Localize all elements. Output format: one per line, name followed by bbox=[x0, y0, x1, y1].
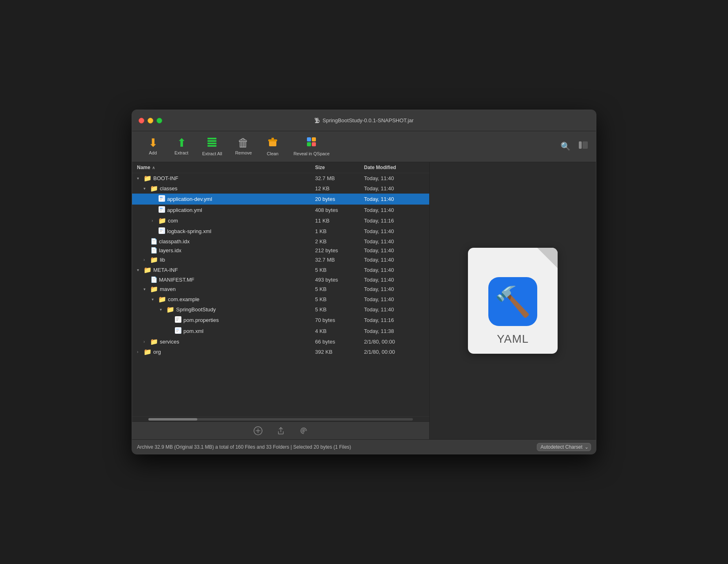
search-button[interactable]: 🔍 bbox=[559, 140, 572, 153]
file-pane: Name ∧ Size Date Modified ▾ 📁 BOOT-IN bbox=[132, 162, 430, 439]
svg-rect-27 bbox=[160, 231, 162, 232]
yaml-preview: 🔨 YAML bbox=[468, 248, 558, 354]
yaml-file-icon bbox=[158, 195, 165, 203]
table-row[interactable]: 📄 layers.idx 212 bytes Today, 11:40 bbox=[132, 246, 429, 255]
scrollbar-area bbox=[132, 416, 429, 421]
svg-rect-17 bbox=[160, 200, 162, 200]
chevron-right-icon: › bbox=[152, 218, 157, 223]
svg-rect-1 bbox=[207, 140, 216, 142]
svg-rect-32 bbox=[176, 320, 178, 321]
date-column-header[interactable]: Date Modified bbox=[364, 165, 429, 170]
extract-button[interactable]: ⬆ Extract bbox=[167, 136, 196, 157]
extract-all-icon bbox=[206, 137, 218, 150]
minimize-button[interactable] bbox=[148, 118, 153, 123]
status-text: Archive 32.9 MB (Original 33.1 MB) a tot… bbox=[137, 444, 532, 450]
chevron-right-icon: › bbox=[143, 339, 148, 344]
chevron-right-icon: › bbox=[143, 258, 148, 262]
table-row[interactable]: › 📁 com 11 KB Today, 11:16 bbox=[132, 216, 429, 226]
table-row[interactable]: 📄 MANIFEST.MF 493 bytes Today, 11:40 bbox=[132, 275, 429, 284]
svg-rect-21 bbox=[160, 209, 163, 210]
table-row[interactable]: application.yml 408 bytes Today, 11:40 bbox=[132, 205, 429, 216]
remove-label: Remove bbox=[235, 150, 252, 155]
titlebar: 🗜 SpringBootStudy-0.0.1-SNAPSHOT.jar bbox=[132, 110, 596, 131]
svg-rect-3 bbox=[207, 145, 216, 147]
yaml-label: YAML bbox=[497, 333, 529, 346]
table-row[interactable]: pom.xml 4 KB Today, 11:38 bbox=[132, 326, 429, 337]
table-row[interactable]: › 📁 services 66 bytes 2/1/80, 00:00 bbox=[132, 337, 429, 347]
svg-rect-30 bbox=[176, 318, 179, 318]
svg-rect-35 bbox=[176, 329, 179, 329]
yaml-app-icon: 🔨 bbox=[488, 277, 537, 326]
bottom-toolbar bbox=[132, 421, 429, 439]
main-content: Name ∧ Size Date Modified ▾ 📁 BOOT-IN bbox=[132, 162, 596, 439]
remove-button[interactable]: 🗑 Remove bbox=[229, 136, 258, 157]
name-column-header[interactable]: Name ∧ bbox=[137, 165, 315, 170]
yaml-file-card: 🔨 YAML bbox=[468, 248, 558, 354]
extract-all-button[interactable]: Extract All bbox=[196, 135, 229, 158]
svg-rect-20 bbox=[160, 208, 163, 209]
table-row[interactable]: ▾ 📁 maven 5 KB Today, 11:40 bbox=[132, 284, 429, 294]
svg-rect-26 bbox=[160, 230, 163, 231]
sort-arrow-icon: ∧ bbox=[152, 165, 155, 170]
extract-all-label: Extract All bbox=[202, 151, 222, 156]
size-column-header[interactable]: Size bbox=[315, 165, 364, 170]
table-row[interactable]: ▾ 📁 classes 12 KB Today, 11:40 bbox=[132, 183, 429, 194]
reveal-icon bbox=[306, 136, 317, 150]
svg-rect-15 bbox=[160, 197, 163, 198]
scrollbar-track[interactable] bbox=[148, 418, 413, 421]
traffic-lights bbox=[139, 118, 162, 123]
table-row[interactable]: 📄 classpath.idx 2 KB Today, 11:40 bbox=[132, 237, 429, 246]
maximize-button[interactable] bbox=[157, 118, 162, 123]
folder-icon: 📁 bbox=[143, 348, 152, 356]
fingerprint-bottom-button[interactable] bbox=[297, 424, 310, 437]
folder-icon: 📁 bbox=[150, 285, 158, 293]
table-row[interactable]: ▾ 📁 com.example 5 KB Today, 11:40 bbox=[132, 294, 429, 304]
props-file-icon bbox=[174, 316, 182, 324]
svg-rect-0 bbox=[207, 138, 216, 139]
folder-icon: 📁 bbox=[158, 295, 166, 303]
extract-icon: ⬆ bbox=[177, 137, 186, 149]
table-row[interactable]: › 📁 org 392 KB 2/1/80, 00:00 bbox=[132, 347, 429, 357]
svg-rect-10 bbox=[312, 142, 316, 146]
file-icon: 📄 bbox=[150, 247, 157, 253]
table-row[interactable]: › 📁 lib 32.7 MB Today, 11:40 bbox=[132, 255, 429, 265]
chevron-down-icon: ▾ bbox=[152, 297, 157, 302]
svg-rect-16 bbox=[160, 198, 163, 199]
scrollbar-thumb[interactable] bbox=[148, 418, 197, 421]
file-tree[interactable]: ▾ 📁 BOOT-INF 32.7 MB Today, 11:40 ▾ 📁 cl… bbox=[132, 173, 429, 416]
sidebar-toggle-button[interactable] bbox=[577, 140, 589, 152]
add-button[interactable]: ⬇ Add bbox=[139, 136, 167, 157]
chevron-down-icon: ▾ bbox=[143, 287, 148, 291]
add-bottom-button[interactable] bbox=[251, 424, 265, 437]
chevron-down-icon: ▾ bbox=[160, 307, 165, 312]
share-bottom-button[interactable] bbox=[274, 424, 287, 437]
reveal-button[interactable]: Reveal in QSpace bbox=[287, 134, 336, 158]
folder-icon: 📁 bbox=[143, 266, 152, 274]
charset-wrapper[interactable]: Autodetect Charset bbox=[537, 443, 591, 451]
table-row[interactable]: ▾ 📁 SpringBootStudy 5 KB Today, 11:40 bbox=[132, 304, 429, 315]
folder-icon: 📁 bbox=[150, 185, 158, 192]
chevron-down-icon: ▾ bbox=[137, 268, 142, 272]
clean-button[interactable]: Clean bbox=[258, 135, 287, 158]
title-text: SpringBootStudy-0.0.1-SNAPSHOT.jar bbox=[322, 117, 413, 123]
xml-file-icon bbox=[174, 327, 182, 335]
svg-rect-8 bbox=[312, 137, 316, 141]
table-row[interactable]: application-dev.yml 20 bytes Today, 11:4… bbox=[132, 194, 429, 205]
window-title: 🗜 SpringBootStudy-0.0.1-SNAPSHOT.jar bbox=[314, 117, 413, 124]
file-icon: 📄 bbox=[150, 238, 157, 245]
folder-icon: 📁 bbox=[166, 306, 174, 313]
svg-rect-31 bbox=[176, 319, 179, 319]
charset-select[interactable]: Autodetect Charset bbox=[537, 443, 591, 451]
close-button[interactable] bbox=[139, 118, 144, 123]
table-row[interactable]: ▾ 📁 BOOT-INF 32.7 MB Today, 11:40 bbox=[132, 173, 429, 183]
status-bar: Archive 32.9 MB (Original 33.1 MB) a tot… bbox=[132, 439, 596, 454]
preview-pane: 🔨 YAML bbox=[430, 162, 596, 439]
chevron-right-icon: › bbox=[137, 350, 142, 354]
table-row[interactable]: logback-spring.xml 1 KB Today, 11:40 bbox=[132, 226, 429, 237]
table-row[interactable]: pom.properties 70 bytes Today, 11:16 bbox=[132, 315, 429, 326]
table-row[interactable]: ▾ 📁 META-INF 5 KB Today, 11:40 bbox=[132, 265, 429, 275]
svg-rect-37 bbox=[176, 331, 178, 332]
svg-rect-11 bbox=[579, 141, 582, 149]
column-headers: Name ∧ Size Date Modified bbox=[132, 162, 429, 173]
svg-rect-25 bbox=[160, 229, 163, 229]
